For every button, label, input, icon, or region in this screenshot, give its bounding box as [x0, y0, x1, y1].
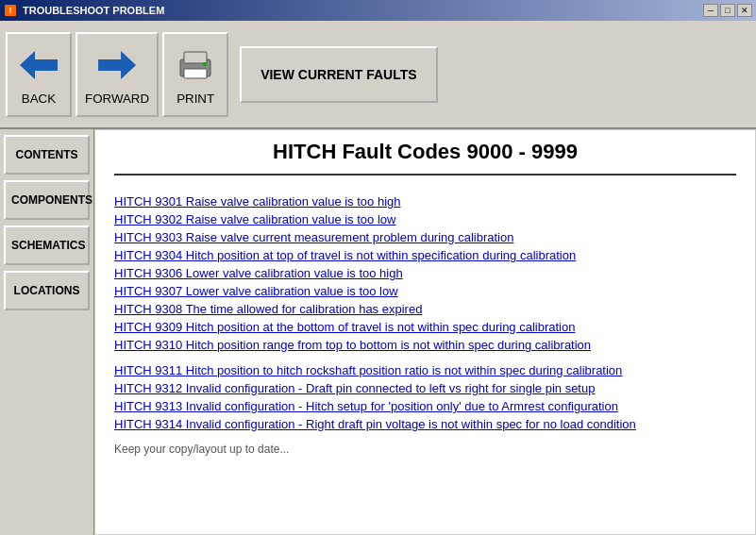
list-item: HITCH 9301 Raise valve calibration value…	[114, 194, 736, 209]
print-label: PRINT	[176, 92, 214, 106]
list-item: HITCH 9302 Raise valve calibration value…	[114, 212, 736, 226]
forward-label: FORWARD	[85, 92, 149, 106]
fault-link[interactable]: HITCH 9314 Invalid configuration - Right…	[114, 417, 636, 431]
title-bar-buttons: ─ □ ✕	[703, 4, 752, 17]
title-bar-text: TROUBLESHOOT PROBLEM	[23, 5, 703, 16]
list-item: HITCH 9311 Hitch position to hitch rocks…	[114, 363, 736, 377]
view-faults-button[interactable]: VIEW CURRENT FAULTS	[240, 46, 437, 103]
list-item: HITCH 9307 Lower valve calibration value…	[114, 284, 736, 298]
title-bar-icon: !	[4, 4, 17, 17]
list-item: HITCH 9314 Invalid configuration - Right…	[114, 417, 736, 431]
svg-rect-3	[184, 52, 207, 63]
sidebar-item-contents[interactable]: CONTENTS	[4, 135, 90, 175]
content-title: HITCH Fault Codes 9000 - 9999	[114, 140, 736, 176]
list-item: HITCH 9312 Invalid configuration - Draft…	[114, 381, 736, 395]
fault-link[interactable]: HITCH 9310 Hitch position range from top…	[114, 338, 591, 352]
list-item: HITCH 9313 Invalid configuration - Hitch…	[114, 399, 736, 413]
main-layout: CONTENTS COMPONENTS SCHEMATICS LOCATIONS…	[0, 129, 756, 535]
title-bar: ! TROUBLESHOOT PROBLEM ─ □ ✕	[0, 0, 756, 21]
list-item: HITCH 9308 The time allowed for calibrat…	[114, 302, 736, 316]
minimize-button[interactable]: ─	[703, 4, 718, 17]
back-button[interactable]: BACK	[6, 32, 72, 117]
list-item: HITCH 9310 Hitch position range from top…	[114, 338, 736, 352]
list-item: HITCH 9303 Raise valve current measureme…	[114, 230, 736, 244]
sidebar-item-schematics[interactable]: SCHEMATICS	[4, 226, 90, 265]
print-icon	[173, 42, 218, 88]
fault-group-2: HITCH 9311 Hitch position to hitch rocks…	[114, 363, 736, 431]
maximize-button[interactable]: □	[720, 4, 735, 17]
fault-link[interactable]: HITCH 9308 The time allowed for calibrat…	[114, 302, 422, 316]
list-item: HITCH 9304 Hitch position at top of trav…	[114, 248, 736, 262]
sidebar-item-locations[interactable]: LOCATIONS	[4, 271, 90, 310]
svg-text:!: !	[9, 6, 12, 15]
fault-link[interactable]: HITCH 9312 Invalid configuration - Draft…	[114, 381, 595, 395]
back-icon	[16, 42, 61, 88]
fault-link[interactable]: HITCH 9311 Hitch position to hitch rocks…	[114, 363, 622, 377]
fault-list-1: HITCH 9301 Raise valve calibration value…	[114, 194, 736, 352]
fault-link[interactable]: HITCH 9302 Raise valve calibration value…	[114, 212, 395, 226]
list-item: HITCH 9309 Hitch position at the bottom …	[114, 320, 736, 334]
print-button[interactable]: PRINT	[162, 32, 228, 117]
fault-link[interactable]: HITCH 9304 Hitch position at top of trav…	[114, 248, 576, 262]
fault-group-1: HITCH 9301 Raise valve calibration value…	[114, 194, 736, 352]
svg-point-5	[203, 62, 207, 66]
fault-link[interactable]: HITCH 9301 Raise valve calibration value…	[114, 194, 401, 209]
content-area[interactable]: HITCH Fault Codes 9000 - 9999 HITCH 9301…	[94, 129, 756, 535]
fault-link[interactable]: HITCH 9303 Raise valve current measureme…	[114, 230, 513, 244]
sidebar-item-components[interactable]: COMPONENTS	[4, 180, 90, 220]
fault-link[interactable]: HITCH 9309 Hitch position at the bottom …	[114, 320, 575, 334]
fault-link[interactable]: HITCH 9307 Lower valve calibration value…	[114, 284, 398, 298]
sidebar: CONTENTS COMPONENTS SCHEMATICS LOCATIONS	[0, 129, 94, 535]
toolbar: BACK FORWARD PRINT VIEW CURRENT FAULTS	[0, 21, 756, 129]
fault-link[interactable]: HITCH 9313 Invalid configuration - Hitch…	[114, 399, 618, 413]
svg-rect-4	[184, 69, 207, 78]
fault-list-2: HITCH 9311 Hitch position to hitch rocks…	[114, 363, 736, 431]
forward-button[interactable]: FORWARD	[76, 32, 159, 117]
list-item: HITCH 9306 Lower valve calibration value…	[114, 266, 736, 280]
forward-icon	[94, 42, 140, 88]
view-faults-label: VIEW CURRENT FAULTS	[260, 67, 416, 82]
bottom-note: Keep your copy/layout up to date...	[114, 443, 736, 456]
fault-link[interactable]: HITCH 9306 Lower valve calibration value…	[114, 266, 403, 280]
back-label: BACK	[22, 92, 56, 106]
close-button[interactable]: ✕	[737, 4, 752, 17]
